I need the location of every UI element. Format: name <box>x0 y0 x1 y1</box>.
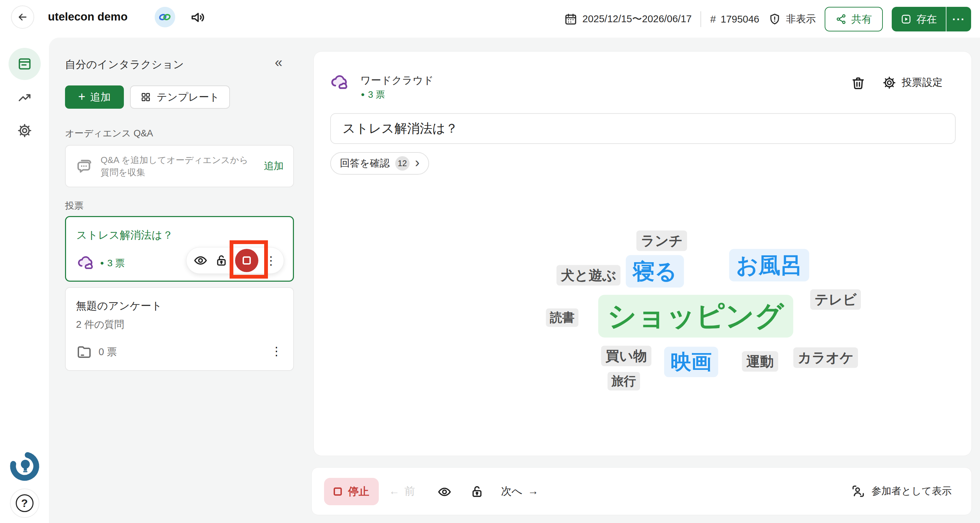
poll-menu-icon[interactable]: ⋮ <box>265 255 277 266</box>
left-rail: ? <box>0 38 49 523</box>
participant-view-icon <box>851 484 865 498</box>
webex-logo[interactable] <box>155 7 175 27</box>
word-cloud-word: 運動 <box>742 351 778 372</box>
view-as-participant-label: 参加者として表示 <box>872 484 951 498</box>
arrow-left-icon <box>17 11 29 23</box>
unlock-icon[interactable] <box>470 484 484 499</box>
present-label: 存在 <box>916 12 937 26</box>
unlock-icon[interactable] <box>215 254 228 267</box>
poll-toolbar: ⋮ <box>186 247 284 274</box>
view-as-participant-button[interactable]: 参加者として表示 <box>851 468 951 515</box>
qa-add-link[interactable]: 追加 <box>264 159 284 173</box>
event-title: utelecon demo <box>48 10 127 23</box>
calendar-icon <box>564 12 578 26</box>
event-code-value: 1795046 <box>721 14 759 25</box>
help-button[interactable]: ? <box>10 488 39 518</box>
poll-detail-card: ワードクラウド • 3 票 投票設定 ストレス解消法は？ 回答を確認 12 › … <box>313 51 972 456</box>
stop-label: 停止 <box>348 484 369 499</box>
slido-logo-icon <box>8 449 42 483</box>
rail-item-settings[interactable] <box>17 123 32 138</box>
word-cloud-icon <box>76 254 95 273</box>
template-grid-icon <box>140 92 151 103</box>
next-label: 次へ <box>501 484 522 498</box>
arrow-left-icon: ← <box>389 485 400 498</box>
stop-icon <box>334 487 342 496</box>
header-divider <box>700 11 701 27</box>
next-button[interactable]: 次へ → <box>501 468 539 515</box>
hidden-label: 非表示 <box>786 12 816 26</box>
qa-card: Q&A を追加してオーディエンスから質問を収集 追加 <box>65 145 294 187</box>
present-split-button: 存在 ··· <box>892 7 971 32</box>
poll-votes-label: 3 票 <box>107 257 125 270</box>
trending-up-icon <box>17 90 32 105</box>
rail-item-analytics[interactable] <box>17 90 32 105</box>
share-label: 共有 <box>851 12 872 26</box>
qa-section-label: オーディエンス Q&A <box>65 127 153 139</box>
present-more-button[interactable]: ··· <box>947 7 971 32</box>
template-label: テンプレート <box>157 90 220 104</box>
folder-icon <box>76 344 92 360</box>
app-header: utelecon demo 2025/12/15〜2026/06/17 # 17… <box>0 0 980 38</box>
previous-label: 前 <box>404 484 415 498</box>
interactions-icon <box>17 56 32 72</box>
stop-button[interactable]: 停止 <box>324 478 379 505</box>
vote-dot: • <box>100 257 104 269</box>
previous-button[interactable]: ← 前 <box>389 468 415 515</box>
word-cloud-word: 寝る <box>626 255 684 287</box>
collapse-sidebar-icon[interactable]: « <box>275 55 282 70</box>
word-cloud-word: お風呂 <box>729 249 809 281</box>
sidebar-title: 自分のインタラクション <box>65 57 184 72</box>
word-cloud-word: 映画 <box>664 347 718 377</box>
present-play-icon <box>900 14 912 25</box>
content-shell: 自分のインタラクション « + 追加 テンプレート オーディエンス Q&A Q&… <box>49 38 980 523</box>
word-cloud-word: 犬と遊ぶ <box>556 265 620 285</box>
survey-menu-icon[interactable]: ⋮ <box>270 345 282 357</box>
share-button[interactable]: 共有 <box>825 7 883 32</box>
survey-votes: 0 票 <box>99 345 117 359</box>
poll-votes: • 3 票 <box>100 257 125 270</box>
polls-section-label: 投票 <box>65 200 83 212</box>
visibility-status[interactable]: 非表示 <box>768 12 816 26</box>
back-button[interactable] <box>11 5 34 29</box>
present-button[interactable]: 存在 <box>892 7 947 32</box>
eye-icon[interactable] <box>437 485 452 499</box>
slido-logo <box>8 449 42 483</box>
stop-poll-button[interactable] <box>235 249 258 272</box>
poll-title: ストレス解消法は？ <box>76 228 173 242</box>
word-cloud-word: カラオケ <box>793 347 858 368</box>
template-button[interactable]: テンプレート <box>130 86 230 109</box>
help-icon: ? <box>16 494 33 512</box>
survey-title: 無題のアンケート <box>76 299 162 313</box>
survey-card[interactable]: 無題のアンケート 2 件の質問 0 票 ⋮ <box>65 287 294 371</box>
webex-logo-icon <box>158 12 172 22</box>
date-range: 2025/12/15〜2026/06/17 <box>582 12 692 26</box>
word-cloud-word: ショッピング <box>598 295 793 338</box>
event-code: # 1795046 <box>710 13 759 25</box>
add-label: 追加 <box>90 90 111 104</box>
arrow-right-icon: → <box>528 485 539 498</box>
rail-item-interactions[interactable] <box>8 48 41 80</box>
word-cloud-word: テレビ <box>810 289 861 310</box>
word-cloud-word: ランチ <box>636 230 687 251</box>
chat-bubbles-icon <box>75 157 93 175</box>
word-cloud-word: 読書 <box>546 308 578 327</box>
qa-description: Q&A を追加してオーディエンスから質問を収集 <box>100 154 256 178</box>
hash-icon: # <box>710 13 716 25</box>
survey-question-count: 2 件の質問 <box>76 318 124 331</box>
presenter-bottom-bar: 停止 ← 前 次へ → 参加者として表示 <box>311 467 972 515</box>
share-icon <box>835 14 846 25</box>
gear-icon <box>17 123 32 138</box>
eye-icon[interactable] <box>193 253 208 268</box>
word-cloud: ランチ寝るお風呂犬と遊ぶテレビ読書ショッピング買い物映画運動カラオケ旅行 <box>314 52 972 456</box>
announcement-icon[interactable] <box>190 10 206 25</box>
add-interaction-button[interactable]: + 追加 <box>65 86 124 109</box>
shield-alert-icon <box>768 13 781 25</box>
plus-icon: + <box>78 90 85 104</box>
word-cloud-word: 買い物 <box>601 345 652 366</box>
word-cloud-word: 旅行 <box>608 372 640 390</box>
event-dates: 2025/12/15〜2026/06/17 <box>564 12 692 26</box>
stop-icon <box>243 257 251 265</box>
active-poll-card[interactable]: ストレス解消法は？ • 3 票 ⋮ <box>65 216 294 282</box>
